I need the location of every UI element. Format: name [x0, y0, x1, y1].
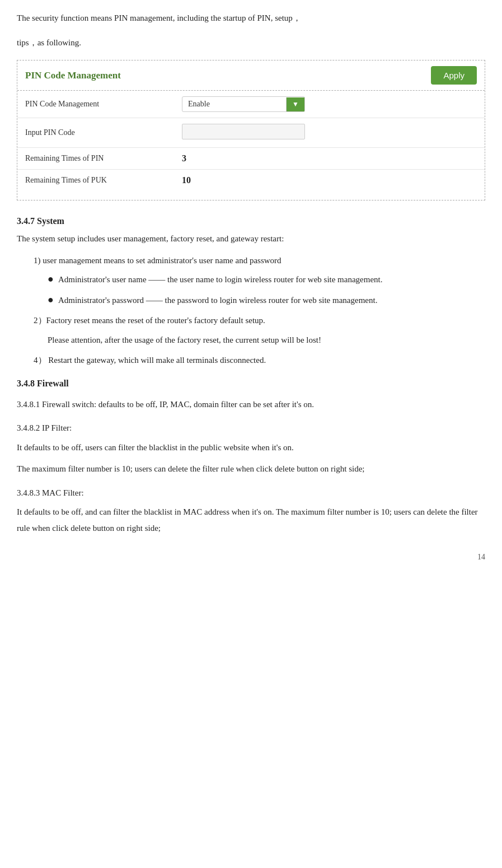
intro-line2: tips，as following.	[17, 36, 485, 50]
section-347-intro: The system setup includes user managemen…	[17, 231, 485, 247]
list-item: 2）Factory reset means the reset of the r…	[34, 312, 485, 329]
remaining-times-pin-label: Remaining Times of PIN	[17, 148, 174, 170]
remaining-times-pin-value: 3	[174, 148, 485, 170]
section-3482-para2: The maximum filter number is 10; users c…	[17, 461, 485, 477]
pin-code-input[interactable]	[182, 124, 305, 139]
section-3483-heading: 3.4.8.3 MAC Filter:	[17, 485, 485, 501]
bullet-text: Administrator's user name —— the user na…	[58, 272, 485, 288]
pin-management-header: PIN Code Management Apply	[17, 60, 485, 91]
table-row: Remaining Times of PUK 10	[17, 170, 485, 192]
remaining-times-puk-value: 10	[174, 170, 485, 192]
table-row: Remaining Times of PIN 3	[17, 148, 485, 170]
enable-select-text: Enable	[182, 97, 286, 111]
pin-code-management-value: Enable ▼	[174, 91, 485, 118]
table-row: Input PIN Code	[17, 118, 485, 148]
section-3482-para1: It defaults to be off, users can filter …	[17, 440, 485, 456]
intro-line1: The security function means PIN manageme…	[17, 11, 485, 26]
table-row: PIN Code Management Enable ▼	[17, 91, 485, 118]
pin-code-management-label: PIN Code Management	[17, 91, 174, 118]
enable-select[interactable]: Enable ▼	[182, 96, 305, 112]
page-number: 14	[17, 553, 485, 562]
pin-management-table: PIN Code Management Enable ▼ Input PIN C…	[17, 91, 485, 191]
list-item: 1) user management means to set administ…	[34, 253, 485, 269]
section-3482-heading: 3.4.8.2 IP Filter:	[17, 420, 485, 436]
note-text: Please attention, after the usage of the…	[48, 332, 485, 348]
list-item: ● Administrator's password —— the passwo…	[48, 292, 485, 309]
list-item: ● Administrator's user name —— the user …	[48, 272, 485, 288]
bullet-icon: ●	[48, 292, 54, 307]
apply-button[interactable]: Apply	[431, 66, 477, 85]
section-348-heading: 3.4.8 Firewall	[17, 379, 485, 389]
input-pin-code-value	[174, 118, 485, 148]
section-3481-heading: 3.4.8.1 Firewall switch: defaults to be …	[17, 396, 485, 413]
pin-management-title: PIN Code Management	[25, 70, 121, 81]
section-347-heading: 3.4.7 System	[17, 216, 485, 226]
list-item: 4） Restart the gateway, which will make …	[34, 352, 485, 368]
bullet-icon: ●	[48, 272, 54, 287]
section-3483-para3: It defaults to be off, and can filter th…	[17, 504, 485, 536]
bullet-text: Administrator's password —— the password…	[58, 292, 485, 309]
dropdown-arrow-icon[interactable]: ▼	[286, 97, 304, 111]
remaining-times-puk-label: Remaining Times of PUK	[17, 170, 174, 192]
input-pin-code-label: Input PIN Code	[17, 118, 174, 148]
pin-management-box: PIN Code Management Apply PIN Code Manag…	[17, 60, 485, 200]
